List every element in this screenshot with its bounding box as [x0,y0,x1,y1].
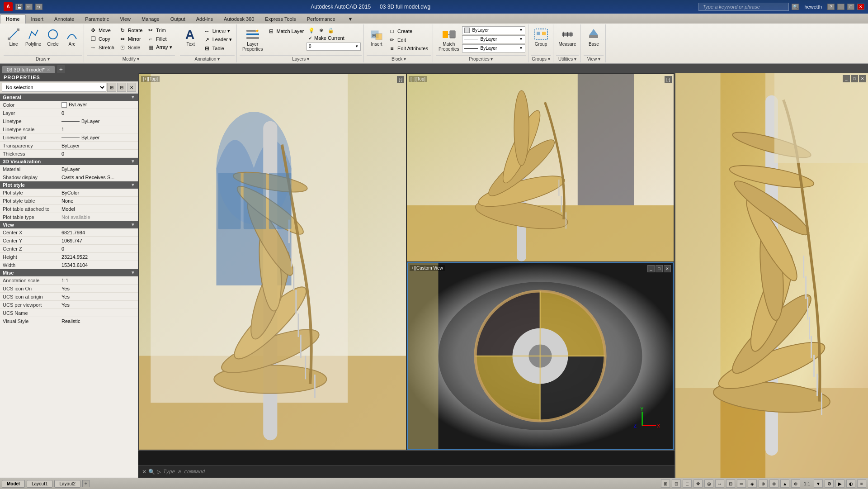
create-button[interactable]: □ Create [387,27,430,35]
tab-parametric[interactable]: Parametric [80,14,114,24]
hardware-accel-icon[interactable]: ▶ [835,480,844,488]
layer-lock-button[interactable]: 🔒 [326,27,336,34]
right-vp-min[interactable]: _ [843,75,850,82]
command-input-field[interactable] [163,469,671,475]
arc-button[interactable]: Arc [63,26,81,47]
isolate-icon[interactable]: ◐ [846,480,855,488]
rotate-button[interactable]: ↻ Rotate [117,26,144,34]
lineweight-icon[interactable]: ═ [737,480,746,488]
scale-button[interactable]: ⊡ Scale [117,43,144,52]
maximize-button[interactable]: □ [847,4,854,10]
leader-button[interactable]: ↗ Leader ▾ [202,36,234,44]
tab-extra[interactable]: ▼ [343,14,359,24]
layer-off-button[interactable]: 💡 [307,27,316,34]
cmd-icon-arrow[interactable]: ▷ [157,469,161,475]
info-button[interactable]: ? [827,4,835,10]
viewport-top-right[interactable]: [+][Top] [-] [407,74,674,261]
scale-list-icon[interactable]: ▼ [814,480,823,488]
copy-button[interactable]: ❐ Copy [88,35,116,43]
annotation-group-label[interactable]: Annotation ▾ [180,55,235,62]
ortho-icon[interactable]: ⊏ [683,480,692,488]
new-tab-button[interactable]: + [57,65,65,73]
tab-express[interactable]: Express Tools [259,14,301,24]
tr-vp-menu[interactable]: [-] [665,76,672,83]
minimize-button[interactable]: – [837,4,844,10]
props-toggle-btn2[interactable]: ⊟ [117,83,126,92]
group-button[interactable]: Group [532,26,550,47]
trim-button[interactable]: ✂ Trim [145,26,174,34]
match-properties-button[interactable]: MatchProperties [437,26,461,52]
tprop-icon[interactable]: ◈ [748,480,757,488]
new-layout-btn[interactable]: + [82,480,90,487]
dynin-icon[interactable]: ⊟ [726,480,735,488]
text-button[interactable]: A Text [181,26,201,47]
units-icon[interactable]: ⊕ [791,480,800,488]
edit-attributes-button[interactable]: ≡ Edit Attributes [387,44,430,52]
color-dropdown[interactable]: ByLayer ▼ [462,26,525,34]
tab-annotate[interactable]: Annotate [49,14,80,24]
array-button[interactable]: ▦ Array ▾ [145,43,174,52]
tab-home[interactable]: Home [0,14,26,24]
right-viewport[interactable]: _ □ ✕ [675,73,868,478]
annotation-icon[interactable]: ▲ [780,480,789,488]
br-vp-close[interactable]: ✕ [664,265,671,272]
edit-block-button[interactable]: ✏ Edit [387,36,430,44]
cmd-icon-search[interactable]: 🔍 [148,469,155,475]
snap-icon[interactable]: ⊞ [661,480,670,488]
layout1-tab[interactable]: Layout1 [27,480,53,488]
main-vp-menu[interactable]: [-] [397,76,404,83]
props-toggle-btn1[interactable]: ⊞ [107,83,116,92]
tab-performance[interactable]: Performance [302,14,341,24]
insert-button[interactable]: ⊞ Insert [368,26,386,47]
measure-button[interactable]: Measure [557,26,578,47]
groups-group-label[interactable]: Groups ▾ [531,55,551,62]
line-button[interactable]: Line [5,26,23,47]
customization-icon[interactable]: ≡ [857,480,866,488]
mirror-button[interactable]: ⇔ Mirror [117,35,144,43]
tab-output[interactable]: Output [165,14,191,24]
base-button[interactable]: Base [585,26,603,47]
cmd-icon-x[interactable]: ✕ [142,469,146,475]
properties-group-label[interactable]: Properties ▾ [436,55,526,62]
search-input[interactable] [698,3,789,11]
fillet-button[interactable]: ⌐ Fillet [145,35,174,43]
section-general[interactable]: General ▼ [0,94,138,101]
tab-a360[interactable]: Autodesk 360 [218,14,259,24]
block-group-label[interactable]: Block ▾ [367,55,431,62]
grid-icon[interactable]: ⊡ [672,480,681,488]
layer-freeze-button[interactable]: ❄ [317,27,325,34]
doc-tab-main[interactable]: 03 3D full model* ✕ [2,66,55,73]
view-group-label[interactable]: View ▾ [584,55,604,62]
tab-addins[interactable]: Add-ins [191,14,218,24]
model-tab[interactable]: Model [2,480,25,488]
qs-icon[interactable]: ⊕ [759,480,768,488]
lineweight-dropdown[interactable]: ByLayer ▼ [462,44,525,52]
close-button[interactable]: ✕ [857,4,864,10]
track-icon[interactable]: ↔ [715,480,724,488]
measure-group-label[interactable]: Utilities ▾ [556,55,579,62]
tab-view[interactable]: View [114,14,136,24]
make-current-button[interactable]: ✓ Make Current [307,35,346,42]
stretch-button[interactable]: ↔ Stretch [88,43,116,52]
linear-dim-button[interactable]: ↔ Linear ▾ [202,27,234,35]
section-misc[interactable]: Misc ▼ [0,269,138,276]
viewport-main[interactable]: [+][Top] [-] [139,74,406,450]
right-vp-max[interactable]: □ [851,75,858,82]
tab-insert[interactable]: Insert [26,14,49,24]
layer-dropdown[interactable]: 0 ▼ [307,43,361,51]
quick-access-redo[interactable]: ↪ [35,4,42,10]
polyline-button[interactable]: Polyline [24,26,43,47]
quick-access-save[interactable]: 💾 [15,4,23,10]
quick-access-undo[interactable]: ↩ [25,4,33,10]
br-vp-menu2[interactable]: □ [656,265,663,272]
match-layer-button[interactable]: ⊟ Match Layer [266,27,306,35]
tab-manage[interactable]: Manage [136,14,165,24]
layers-group-label[interactable]: Layers ▾ [240,55,362,62]
props-toggle-btn3[interactable]: ✕ [127,83,136,92]
modify-group-label[interactable]: Modify ▾ [87,55,175,62]
doc-tab-close[interactable]: ✕ [47,67,50,72]
sel-cycling-icon[interactable]: ⊗ [769,480,778,488]
right-vp-close[interactable]: ✕ [859,75,866,82]
polar-icon[interactable]: ✥ [693,480,703,488]
search-button[interactable]: 🔍 [792,4,799,10]
